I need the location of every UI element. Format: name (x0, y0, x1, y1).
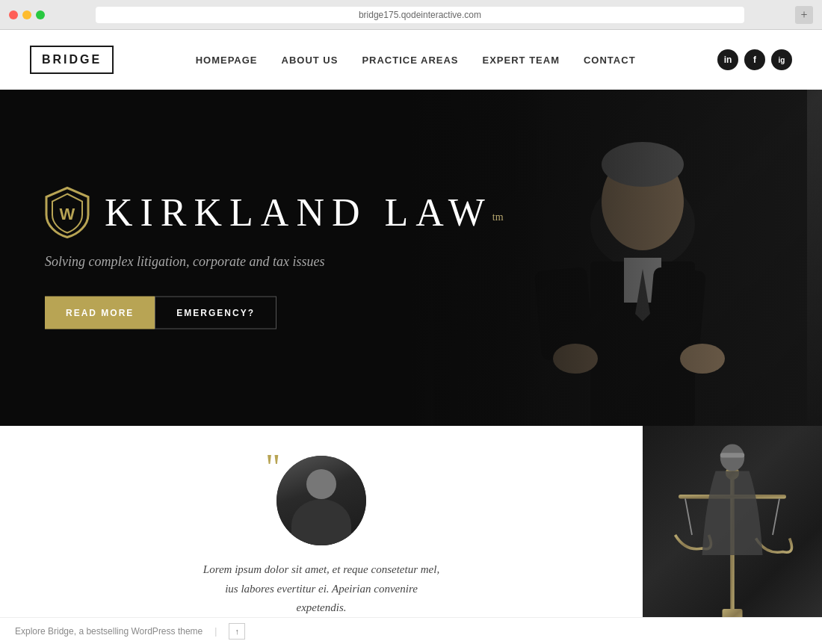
nav-contact[interactable]: CONTACT (584, 55, 636, 66)
nav-expert-team[interactable]: EXPERT TEAM (483, 55, 560, 66)
hero-content: W KIRKLAND LAWtm Solving complex litigat… (45, 187, 504, 329)
fullscreen-button[interactable] (36, 10, 45, 19)
avatar-container: " (276, 456, 366, 545)
svg-line-19 (773, 498, 779, 535)
hero-buttons: READ MORE EMERGENCY? (45, 297, 504, 329)
nav-social: in f ig (717, 49, 792, 70)
shield-icon: W (45, 187, 90, 239)
avatar-image (276, 456, 366, 545)
linkedin-icon[interactable]: in (717, 49, 738, 70)
minimize-button[interactable] (22, 10, 31, 19)
hero-logo-group: W KIRKLAND LAWtm (45, 187, 504, 239)
justice-image-inner (643, 426, 822, 644)
hero-section: W KIRKLAND LAWtm Solving complex litigat… (0, 90, 822, 426)
hero-tm: tm (492, 211, 504, 223)
hero-title: KIRKLAND LAWtm (105, 193, 504, 232)
footer-text: Explore Bridge, a bestselling WordPress … (15, 626, 203, 637)
navbar: BRIDGE HOMEPAGE ABOUT US PRACTICE AREAS … (0, 30, 822, 90)
hero-title-text: KIRKLAND LAW (105, 191, 492, 234)
testimonial-section: " Lorem ipsum dolor sit amet, et reque c… (0, 426, 643, 644)
site-logo[interactable]: BRIDGE (30, 46, 114, 74)
avatar (276, 456, 366, 545)
scroll-up-button[interactable]: ↑ (229, 623, 245, 640)
emergency-button[interactable]: EMERGENCY? (155, 297, 276, 329)
instagram-icon[interactable]: ig (771, 49, 792, 70)
nav-practice-areas[interactable]: PRACTICE AREAS (362, 55, 458, 66)
svg-text:W: W (60, 205, 75, 223)
hero-subtitle: Solving complex litigation, corporate an… (45, 254, 504, 270)
close-button[interactable] (9, 10, 18, 19)
svg-rect-25 (720, 453, 744, 457)
read-more-button[interactable]: READ MORE (45, 297, 155, 329)
nav-homepage[interactable]: HOMEPAGE (196, 55, 258, 66)
justice-image (643, 426, 822, 644)
traffic-lights (9, 10, 45, 19)
svg-line-18 (685, 498, 692, 535)
url-text: bridge175.qodeinteractive.com (359, 10, 481, 20)
quote-mark-icon: " (265, 448, 280, 486)
browser-chrome: bridge175.qodeinteractive.com + (0, 0, 822, 30)
new-tab-button[interactable]: + (795, 6, 813, 24)
nav-about-us[interactable]: ABOUT US (282, 55, 339, 66)
facebook-icon[interactable]: f (744, 49, 765, 70)
footer-bar: Explore Bridge, a bestselling WordPress … (0, 617, 822, 644)
testimonial-text: Lorem ipsum dolor sit amet, et reque con… (202, 560, 441, 618)
bottom-section: " Lorem ipsum dolor sit amet, et reque c… (0, 426, 822, 644)
scales-of-justice-icon (665, 430, 800, 640)
footer-divider: | (214, 626, 217, 637)
address-bar[interactable]: bridge175.qodeinteractive.com (96, 7, 744, 23)
nav-links: HOMEPAGE ABOUT US PRACTICE AREAS EXPERT … (196, 53, 636, 66)
website-content: BRIDGE HOMEPAGE ABOUT US PRACTICE AREAS … (0, 30, 822, 644)
